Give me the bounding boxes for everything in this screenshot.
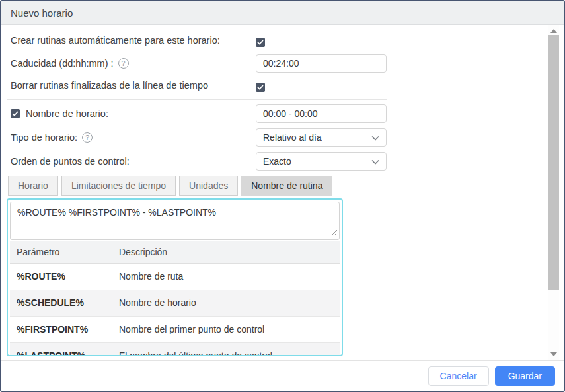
param-name: %FIRSTPOINT% — [10, 316, 112, 342]
scrollbar-thumb[interactable] — [548, 35, 559, 290]
table-row: %LASTPOINT% El nombre del último punto d… — [10, 342, 340, 356]
dialog-footer: Cancelar Guardar — [1, 360, 564, 391]
param-description: Nombre del primer punto de control — [112, 316, 340, 342]
checkpoint-order-row: Orden de puntos de control: — [11, 152, 130, 171]
cancel-button[interactable]: Cancelar — [428, 366, 489, 386]
expiration-input[interactable] — [256, 54, 387, 73]
checkpoint-order-label: Orden de puntos de control: — [11, 156, 130, 167]
schedule-type-row: Tipo de horario: ? — [11, 128, 93, 147]
table-row: %ROUTE% Nombre de ruta — [10, 263, 340, 290]
remove-finished-checkbox[interactable] — [256, 81, 265, 93]
column-header-descripcion: Descripción — [112, 241, 340, 263]
schedule-name-input[interactable] — [256, 104, 387, 123]
dialog-titlebar: Nuevo horario — [1, 1, 564, 25]
schedule-type-label: Tipo de horario: — [11, 132, 77, 143]
auto-create-checkbox[interactable] — [256, 36, 265, 48]
schedule-name-checkbox[interactable] — [11, 109, 20, 118]
table-row: %SCHEDULE% Nombre de horario — [10, 290, 340, 316]
param-name: %SCHEDULE% — [10, 290, 112, 316]
remove-finished-row: Borrar rutinas finalizadas de la línea d… — [11, 76, 208, 95]
tab-bar: Horario Limitaciones de tiempo Unidades … — [8, 176, 332, 196]
checkpoint-order-select[interactable]: Exacto — [256, 152, 387, 171]
help-icon[interactable]: ? — [82, 132, 93, 143]
chevron-down-icon — [371, 132, 379, 143]
routine-name-panel: %ROUTE% %FIRSTPOINT% - %LASTPOINT% Parám… — [7, 198, 343, 356]
expiration-row: Caducidad (dd:hh:mm) : ? — [11, 54, 129, 73]
remove-finished-label: Borrar rutinas finalizadas de la línea d… — [11, 80, 208, 91]
table-header-row: Parámetro Descripción — [10, 241, 340, 263]
checkbox-checked-icon — [256, 38, 265, 47]
resize-handle-icon[interactable] — [332, 226, 338, 238]
param-description: Nombre de horario — [112, 290, 340, 316]
section-divider — [7, 99, 387, 100]
schedule-name-row: Nombre de horario: — [11, 104, 108, 123]
tab-unidades[interactable]: Unidades — [179, 176, 238, 196]
param-name: %LASTPOINT% — [10, 342, 112, 356]
auto-create-label: Crear rutinas automáticamente para este … — [11, 35, 220, 46]
schedule-type-value: Relativo al día — [263, 132, 322, 143]
help-icon[interactable]: ? — [118, 58, 129, 69]
routine-name-template-textarea[interactable]: %ROUTE% %FIRSTPOINT% - %LASTPOINT% — [10, 202, 340, 240]
schedule-type-select[interactable]: Relativo al día — [256, 128, 387, 147]
tab-horario[interactable]: Horario — [8, 176, 58, 196]
save-button[interactable]: Guardar — [495, 366, 555, 386]
parameters-table: Parámetro Descripción %ROUTE% Nombre de … — [10, 241, 340, 356]
scroll-up-icon[interactable] — [550, 29, 557, 33]
scroll-down-icon[interactable] — [550, 352, 557, 356]
param-description: El nombre del último punto de control — [112, 342, 340, 356]
expiration-label: Caducidad (dd:hh:mm) : — [11, 58, 114, 69]
checkbox-checked-icon — [256, 83, 265, 92]
new-schedule-dialog: Nuevo horario Crear rutinas automáticame… — [0, 0, 565, 392]
param-description: Nombre de ruta — [112, 263, 340, 290]
column-header-parametro: Parámetro — [10, 241, 112, 263]
auto-create-row: Crear rutinas automáticamente para este … — [11, 31, 220, 50]
schedule-name-label: Nombre de horario: — [26, 108, 108, 119]
dialog-title: Nuevo horario — [11, 7, 73, 19]
param-name: %ROUTE% — [10, 263, 112, 290]
vertical-scrollbar[interactable] — [548, 25, 559, 360]
tab-limitaciones-de-tiempo[interactable]: Limitaciones de tiempo — [61, 176, 176, 196]
chevron-down-icon — [371, 156, 379, 167]
tab-nombre-de-rutina[interactable]: Nombre de rutina — [241, 176, 332, 196]
table-row: %FIRSTPOINT% Nombre del primer punto de … — [10, 316, 340, 342]
dialog-body: Crear rutinas automáticamente para este … — [1, 25, 564, 360]
checkpoint-order-value: Exacto — [263, 156, 291, 167]
